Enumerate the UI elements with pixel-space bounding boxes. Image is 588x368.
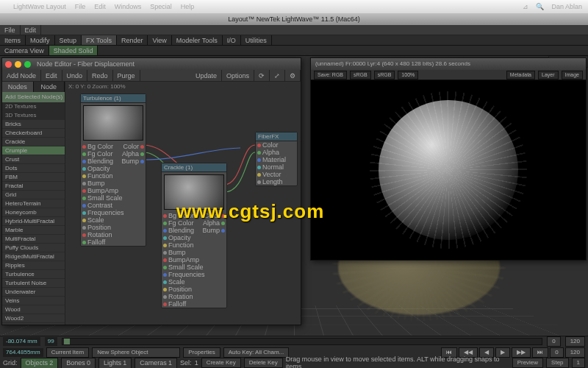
tab-fxtools[interactable]: FX Tools (82, 35, 117, 45)
port-in-icon[interactable] (82, 219, 86, 222)
list-item[interactable]: Checkerboard (2, 129, 65, 138)
node-list[interactable]: 2D Textures3D TexturesBricksCheckerboard… (2, 102, 65, 325)
port-in-icon[interactable] (257, 151, 261, 155)
port-in-icon[interactable] (82, 233, 86, 237)
port-in-icon[interactable] (163, 229, 167, 233)
node-port-row[interactable]: Vector (256, 171, 297, 178)
node-port-row[interactable]: Position (81, 224, 146, 231)
nodes-tab[interactable]: Nodes (2, 82, 34, 92)
list-item[interactable]: Crust (2, 155, 65, 164)
tab-view[interactable]: View (148, 35, 171, 45)
properties-button[interactable]: Properties (183, 347, 220, 358)
tab-utilities[interactable]: Utilities (241, 35, 272, 45)
port-in-icon[interactable] (82, 211, 86, 215)
camera-view-dropdown[interactable]: Camera View (0, 46, 49, 55)
list-item[interactable]: Underwater (2, 288, 65, 297)
node-port-row[interactable]: Normal (256, 163, 297, 171)
list-item[interactable]: RidgedMultiFractal (2, 252, 65, 261)
coord-y[interactable]: 99 (45, 337, 57, 346)
mac-menu-help[interactable]: Help (181, 3, 195, 10)
lights-tab[interactable]: Lights 1 (98, 358, 132, 369)
tab-modelertools[interactable]: Modeler Tools (172, 35, 223, 45)
list-item[interactable]: Wood2 (2, 314, 65, 323)
list-item[interactable]: Ripples (2, 261, 65, 270)
port-in-icon[interactable] (257, 144, 261, 147)
timeline-start[interactable]: 0 (547, 336, 560, 347)
port-out-icon[interactable] (221, 222, 225, 225)
minimize-icon[interactable] (15, 61, 21, 68)
tab-modify[interactable]: Modify (26, 35, 55, 45)
objects-tab[interactable]: Objects 2 (21, 358, 59, 369)
shaded-dropdown[interactable]: Shaded Solid (49, 46, 98, 55)
list-item[interactable]: Dots (2, 164, 65, 173)
zoom-dropdown[interactable]: 100% (398, 71, 418, 79)
port-out-icon[interactable] (221, 214, 225, 218)
coord-z[interactable]: 764.4855mm (3, 348, 43, 357)
node-port-row[interactable]: Falloff (162, 300, 226, 308)
tab-render[interactable]: Render (117, 35, 148, 45)
port-in-icon[interactable] (163, 244, 167, 247)
port-in-icon[interactable] (82, 197, 86, 200)
port-in-icon[interactable] (82, 145, 86, 149)
list-item[interactable]: HeteroTerrain (2, 199, 65, 208)
mac-menu-file[interactable]: File (75, 3, 86, 10)
port-in-icon[interactable] (163, 295, 167, 299)
node-port-row[interactable]: Fg ColorAlpha (162, 219, 226, 227)
node-editor-titlebar[interactable]: Node Editor - Fiber Displacement (2, 58, 301, 70)
port-in-icon[interactable] (257, 158, 261, 162)
port-in-icon[interactable] (163, 302, 167, 306)
render-image[interactable] (311, 80, 586, 260)
port-in-icon[interactable] (257, 180, 261, 184)
srgb-dropdown[interactable]: sRGB (350, 71, 371, 79)
node-port-row[interactable]: Material (256, 156, 297, 163)
node-crackle[interactable]: Crackle (1) Bg ColorColorFg ColorAlphaBl… (161, 163, 227, 308)
node-turbulence[interactable]: Turbulence (1) Bg ColorColorFg ColorAlph… (80, 93, 146, 247)
port-out-icon[interactable] (140, 152, 144, 156)
save-rgb-button[interactable]: Save: RGB (314, 71, 347, 79)
play-next-icon[interactable]: ▶▶ (512, 347, 531, 358)
node-fiberfx[interactable]: FiberFX ColorAlphaMaterialNormalVectorLe… (255, 132, 298, 186)
mac-menu-windows[interactable]: Windows (115, 3, 142, 10)
port-in-icon[interactable] (163, 280, 167, 284)
close-icon[interactable] (5, 61, 12, 68)
redo-button[interactable]: Redo (87, 70, 113, 81)
play-last-icon[interactable]: ⏭ (532, 347, 548, 358)
node-port-row[interactable]: Alpha (256, 149, 297, 156)
tab-io[interactable]: I/O (223, 35, 241, 45)
node-port-row[interactable]: Bump (162, 249, 226, 256)
tab-setup[interactable]: Setup (55, 35, 82, 45)
node-port-row[interactable]: Rotation (162, 293, 226, 300)
add-node-button[interactable]: Add Node (2, 70, 41, 81)
options-button[interactable]: Options (222, 70, 254, 81)
spotlight-icon[interactable]: 🔍 (536, 3, 544, 10)
update-button[interactable]: Update (191, 70, 222, 81)
port-in-icon[interactable] (82, 167, 86, 171)
node-port-row[interactable]: Falloff (81, 238, 146, 246)
autokey-dropdown[interactable]: Auto Key: All Cham... (223, 347, 290, 358)
range-end[interactable]: 120 (565, 347, 585, 358)
port-in-icon[interactable] (257, 173, 261, 177)
mac-menu-special[interactable]: Special (150, 3, 172, 10)
list-item[interactable]: Marble (2, 226, 65, 235)
node-port-row[interactable]: Color (256, 141, 297, 149)
delete-key-button[interactable]: Delete Key (244, 358, 283, 368)
port-out-icon[interactable] (221, 229, 225, 233)
node-port-row[interactable]: Position (162, 286, 226, 293)
port-in-icon[interactable] (257, 166, 261, 169)
port-out-icon[interactable] (140, 145, 144, 149)
settings-icon[interactable]: ⚙ (285, 70, 301, 81)
list-item[interactable]: Turbulent Noise (2, 279, 65, 288)
node-port-row[interactable]: Scale (162, 278, 226, 286)
create-key-button[interactable]: Create Key (201, 358, 241, 368)
node-canvas[interactable]: X: 0 Y: 0 Zoom: 100% Turbulence (1) Bg C… (65, 82, 301, 325)
range-start[interactable]: 0 (550, 347, 563, 358)
list-item[interactable]: Turbulence (2, 270, 65, 279)
list-item[interactable]: MultiFractal (2, 235, 65, 244)
node-port-row[interactable]: Frequencies (162, 271, 226, 278)
port-out-icon[interactable] (140, 160, 144, 163)
port-in-icon[interactable] (163, 251, 167, 255)
bones-tab[interactable]: Bones 0 (61, 358, 96, 369)
port-in-icon[interactable] (163, 266, 167, 269)
port-in-icon[interactable] (82, 152, 86, 156)
undo-button[interactable]: Undo (62, 70, 88, 81)
